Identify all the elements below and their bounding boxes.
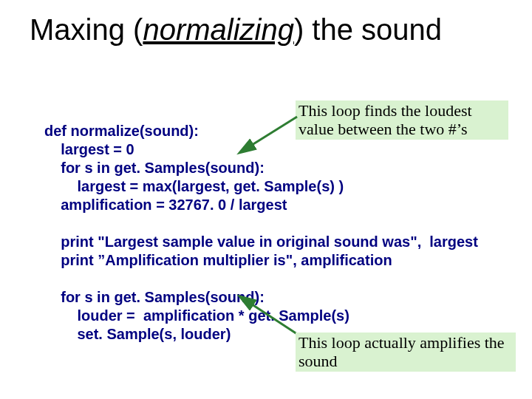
svg-line-1 (250, 303, 297, 334)
callout-bottom: This loop actually amplifies the sound (296, 332, 516, 372)
title-text-1: Maxing ( (30, 13, 143, 46)
slide: Maxing (normalizing) the sound This loop… (0, 0, 532, 399)
arrow-bottom (244, 296, 303, 340)
title-italic: normalizing (143, 13, 294, 46)
code-line: for s in get. Samples(sound): (44, 160, 265, 176)
code-line: amplification = 32767. 0 / largest (44, 197, 287, 213)
code-line: largest = 0 (44, 141, 134, 157)
code-line: largest = max(largest, get. Sample(s) ) (44, 178, 344, 194)
title-text-2: ) the sound (294, 13, 442, 46)
code-line: print ”Amplification multiplier is", amp… (44, 252, 392, 268)
code-line: louder = amplification * get. Sample(s) (44, 307, 349, 324)
code-line: def normalize(sound): (44, 123, 199, 139)
code-line: print "Largest sample value in original … (44, 233, 478, 250)
slide-title: Maxing (normalizing) the sound (30, 13, 502, 47)
code-line: set. Sample(s, louder) (44, 326, 231, 342)
code-line: for s in get. Samples(sound): (44, 289, 265, 305)
